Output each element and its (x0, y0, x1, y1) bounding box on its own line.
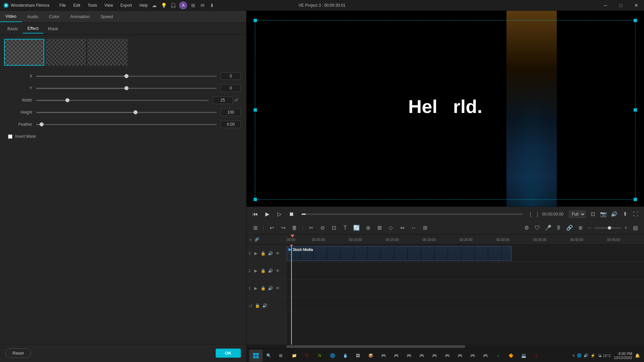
fit-screen-button[interactable]: ⊡ (588, 210, 597, 219)
clip-track1[interactable]: ▶ Stock Media (287, 246, 512, 261)
app-game1[interactable]: 🎮 (377, 350, 389, 362)
thumbnail-2[interactable] (46, 39, 86, 66)
app-game9[interactable]: 🎮 (479, 350, 491, 362)
effect-tool-button[interactable]: ⊞ (420, 223, 430, 233)
play-alt-button[interactable]: ▷ (275, 209, 284, 219)
export-button[interactable]: ⬆ (621, 210, 629, 219)
timeline-view-button[interactable]: ▤ (631, 223, 640, 233)
progress-bar[interactable] (302, 214, 523, 215)
app-game3[interactable]: 🎮 (403, 350, 415, 362)
skip-back-button[interactable]: ⏮ (251, 209, 260, 219)
app-game5[interactable]: 🎮 (428, 350, 440, 362)
app-game2[interactable]: 🎮 (390, 350, 402, 362)
track-3-mute-icon[interactable]: 🔊 (267, 250, 273, 256)
menu-edit[interactable]: Edit (70, 2, 84, 9)
settings-button[interactable]: ⚙ (522, 223, 531, 233)
param-width-reset[interactable]: ↺ (234, 98, 241, 103)
clock-display[interactable]: 8:00 PM 13/12/2022 (614, 352, 632, 360)
track-1-mute-icon[interactable]: 🔊 (267, 285, 273, 291)
timeline-scrollbar[interactable] (286, 345, 465, 348)
select-button[interactable]: ⊘ (318, 223, 327, 233)
app-misc5[interactable]: ⚠ (530, 350, 542, 362)
insert-button[interactable]: ⊕ (576, 223, 585, 233)
param-feather-slider[interactable] (36, 124, 217, 125)
app-opera[interactable]: O (301, 350, 313, 362)
app-misc1[interactable]: 💧 (339, 350, 351, 362)
sticker-button[interactable]: ⊕ (363, 223, 373, 233)
app-game7[interactable]: 🎮 (454, 350, 466, 362)
invert-mask-label[interactable]: Invert Mask (15, 134, 36, 139)
text-button[interactable]: T (340, 223, 350, 233)
undo-button[interactable]: ↩ (267, 223, 276, 233)
battery-icon[interactable]: ⚡ (590, 353, 595, 358)
app-nvidia[interactable]: N (314, 350, 326, 362)
menu-help[interactable]: Help (136, 2, 151, 9)
invert-mask-checkbox[interactable] (8, 134, 12, 139)
param-height-thumb[interactable] (133, 110, 138, 114)
track-audio-lock-icon[interactable]: 🔒 (255, 303, 261, 309)
track-2-mute-icon[interactable]: 🔊 (267, 268, 273, 274)
menu-export[interactable]: Export (117, 2, 136, 9)
task-view-button[interactable]: ⊞ (275, 350, 287, 361)
app-explorer[interactable]: 📁 (288, 350, 300, 362)
track-audio-mute-icon[interactable]: 🔊 (262, 303, 268, 309)
param-height-slider[interactable] (36, 112, 217, 113)
zoom-out-button[interactable]: − (586, 225, 593, 231)
thumbnail-1[interactable] (4, 39, 44, 66)
param-y-value[interactable] (221, 84, 241, 92)
track-2-lock-icon[interactable]: 🔒 (260, 268, 266, 274)
cloud-icon[interactable]: ☁ (151, 2, 158, 9)
cut-button[interactable]: ✂ (306, 223, 316, 233)
download-icon[interactable]: ⬇ (209, 2, 215, 9)
app-spotify[interactable]: ♫ (492, 350, 504, 362)
track-2-video-icon[interactable]: ▶ (253, 268, 259, 274)
menu-file[interactable]: File (56, 2, 69, 9)
tab-video[interactable]: Video (0, 11, 22, 22)
fullscreen-button[interactable]: ⛶ (631, 210, 640, 219)
app-chrome[interactable]: 🌐 (326, 350, 338, 362)
mixer-button[interactable]: 🎚 (554, 223, 564, 233)
redo-button[interactable]: ↪ (278, 223, 288, 233)
param-x-value[interactable] (221, 72, 241, 80)
menu-view[interactable]: View (101, 2, 116, 9)
subtab-mask[interactable]: Mask (43, 24, 63, 33)
account-icon[interactable]: A (179, 1, 187, 9)
grid-icon[interactable]: ⊞ (190, 2, 197, 9)
track-1-lock-icon[interactable]: 🔒 (260, 285, 266, 291)
speed-button[interactable]: ↔ (409, 223, 418, 233)
app-game4[interactable]: 🎮 (416, 350, 428, 362)
param-height-value[interactable] (221, 109, 241, 116)
close-button[interactable]: ✕ (629, 0, 644, 11)
chevron-up-icon[interactable]: ∧ (572, 353, 575, 358)
tab-color[interactable]: Color (44, 11, 65, 22)
app-game8[interactable]: 🎮 (467, 350, 479, 362)
param-width-slider[interactable] (36, 100, 209, 101)
zoom-slider[interactable] (594, 227, 621, 229)
thumbnail-3[interactable] (87, 39, 127, 66)
app-game6[interactable]: 🎮 (441, 350, 453, 362)
param-y-thumb[interactable] (124, 86, 128, 90)
delete-button[interactable]: 🗑 (290, 223, 299, 233)
notification-icon[interactable]: 🔔 (635, 353, 640, 358)
subtab-effect[interactable]: Effect (23, 24, 43, 34)
playhead[interactable] (291, 245, 292, 345)
track-3-eye-icon[interactable]: 👁 (275, 250, 281, 256)
start-button[interactable] (249, 350, 263, 362)
minimize-button[interactable]: ─ (598, 0, 613, 11)
link-button[interactable]: 🔗 (565, 223, 574, 233)
network-icon[interactable]: 🌐 (577, 353, 582, 358)
shield-button[interactable]: 🛡 (533, 223, 542, 233)
track-1-video-icon[interactable]: ▶ (253, 285, 259, 291)
param-x-thumb[interactable] (124, 74, 128, 78)
crop-button[interactable]: ⊡ (329, 223, 338, 233)
track-3-lock-icon[interactable]: 🔒 (260, 250, 266, 256)
maximize-button[interactable]: □ (613, 0, 629, 11)
param-y-slider[interactable] (36, 88, 217, 89)
mic-button[interactable]: 🎤 (543, 223, 553, 233)
quality-select[interactable]: Full (569, 210, 586, 218)
headset-icon[interactable]: 🎧 (170, 2, 176, 9)
menu-tools[interactable]: Tools (84, 2, 100, 9)
record-button[interactable]: ⊠ (375, 223, 384, 233)
param-x-slider[interactable] (36, 76, 217, 77)
param-width-thumb[interactable] (65, 98, 69, 102)
